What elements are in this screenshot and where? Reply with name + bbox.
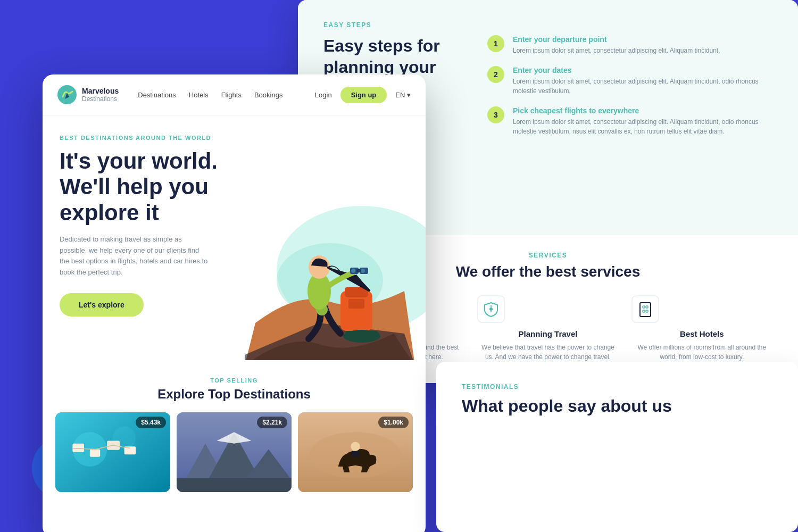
logo-icon [57, 85, 77, 104]
svg-rect-7 [643, 310, 645, 312]
svg-rect-5 [643, 306, 645, 308]
service-card-planning: Planning Travel We believe that travel h… [477, 295, 618, 362]
step-item-2: 2 Enter your dates Lorem ipsum dolor sit… [487, 66, 772, 96]
explore-button[interactable]: Let's explore [60, 293, 144, 317]
logo-text: Marvelous Destinations [82, 87, 119, 103]
svg-rect-3 [632, 296, 659, 322]
svg-rect-14 [348, 299, 364, 309]
step-content-1: Enter your departure point Lorem ipsum d… [513, 35, 720, 55]
testimonials-panel: TESTIMONIALS What people say about us [436, 362, 798, 532]
steps-list: 1 Enter your departure point Lorem ipsum… [487, 35, 772, 136]
destination-card-1[interactable]: $5.43k [55, 412, 170, 492]
destination-card-3[interactable]: $1.00k [298, 412, 413, 492]
nav-item-flights[interactable]: Flights [221, 90, 242, 99]
svg-rect-28 [90, 450, 100, 457]
step-num-3: 3 [487, 106, 504, 123]
strip-header: TOP SELLING Explore Top Destinations [55, 377, 413, 402]
svg-point-2 [489, 307, 493, 311]
testimonials-label: TESTIMONIALS [462, 383, 772, 390]
login-link[interactable]: Login [315, 91, 332, 99]
main-panel: Marvelous Destinations Destinations Hote… [43, 74, 426, 532]
top-selling-title: Explore Top Destinations [55, 387, 413, 402]
destination-cards: $5.43k [55, 412, 413, 492]
destination-card-2[interactable]: $2.21k [177, 412, 292, 492]
dest-price-2: $2.21k [257, 417, 287, 428]
hero-description: Dedicated to making travel as simple as … [60, 234, 209, 278]
step-num-2: 2 [487, 66, 504, 83]
svg-rect-43 [351, 451, 359, 457]
step-content-3: Pick cheapest flights to everywhere Lore… [513, 106, 772, 136]
hotels-icon [631, 295, 772, 323]
dest-price-3: $1.00k [378, 417, 409, 428]
svg-rect-21 [356, 269, 361, 272]
language-selector[interactable]: EN ▾ [395, 91, 411, 99]
step-content-2: Enter your dates Lorem ipsum dolor sit a… [513, 66, 772, 96]
nav-item-hotels[interactable]: Hotels [189, 90, 209, 99]
nav-item-bookings[interactable]: Bookings [254, 90, 282, 99]
svg-point-42 [351, 442, 360, 451]
step-desc-2: Lorem ipsum dolor sit amet, consectetur … [513, 77, 772, 96]
service-name-planning: Planning Travel [477, 329, 618, 338]
service-desc-planning: We believe that travel has the power to … [477, 343, 618, 362]
step-desc-1: Lorem ipsum dolor sit amet, consectetur … [513, 46, 720, 55]
hero-section: BEST DESTINATIONS AROUND THE WORLD It's … [43, 115, 426, 360]
destinations-strip: TOP SELLING Explore Top Destinations [43, 360, 426, 505]
svg-point-22 [351, 269, 355, 273]
service-name-hotels: Best Hotels [631, 329, 772, 338]
svg-rect-16 [345, 331, 379, 337]
step-title-3: Pick cheapest flights to everywhere [513, 106, 772, 115]
hero-title: It's your world. We'll help you explore … [60, 148, 251, 226]
hero-illustration [223, 115, 426, 360]
step-num-1: 1 [487, 35, 504, 52]
logo: Marvelous Destinations [57, 85, 119, 104]
planning-icon [477, 295, 618, 323]
hero-svg [223, 115, 426, 360]
step-desc-3: Lorem ipsum dolor sit amet, consectetur … [513, 117, 772, 136]
logo-main: Marvelous [82, 87, 119, 96]
dest-price-1: $5.43k [136, 417, 166, 428]
nav-right: Login Sign up EN ▾ [315, 87, 411, 103]
step-item-3: 3 Pick cheapest flights to everywhere Lo… [487, 106, 772, 136]
step-item-1: 1 Enter your departure point Lorem ipsum… [487, 35, 772, 55]
navbar: Marvelous Destinations Destinations Hote… [43, 74, 426, 115]
nav-links: Destinations Hotels Flights Bookings [138, 90, 282, 99]
signup-button[interactable]: Sign up [340, 87, 387, 103]
svg-point-23 [361, 269, 365, 273]
step-title-2: Enter your dates [513, 66, 772, 74]
top-selling-label: TOP SELLING [55, 377, 413, 384]
easy-steps-label: EASY STEPS [323, 21, 772, 29]
nav-item-destinations[interactable]: Destinations [138, 90, 176, 99]
testimonials-title: What people say about us [462, 396, 772, 416]
svg-rect-8 [646, 310, 648, 312]
logo-sub: Destinations [82, 95, 119, 103]
svg-rect-39 [177, 478, 292, 492]
service-desc-hotels: We offer millions of rooms from all arou… [631, 343, 772, 362]
svg-rect-4 [640, 303, 651, 317]
svg-rect-6 [646, 306, 648, 308]
step-title-1: Enter your departure point [513, 35, 720, 44]
service-card-hotels: Best Hotels We offer millions of rooms f… [631, 295, 772, 362]
